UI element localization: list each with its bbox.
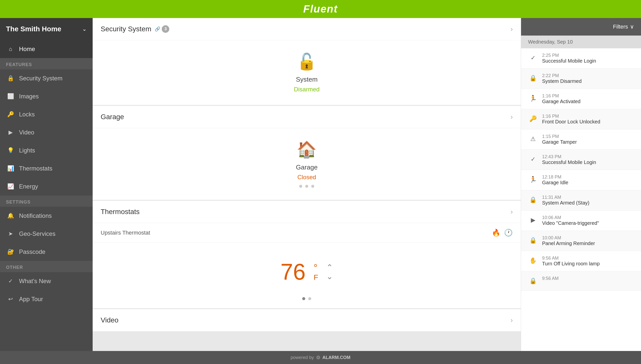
person-running-icon: 🏃	[529, 176, 537, 183]
sidebar-item-security[interactable]: 🔒 Security System	[0, 69, 93, 87]
garage-device-label: Garage	[296, 163, 318, 171]
sidebar-item-passcode[interactable]: 🔐 Passcode	[0, 243, 93, 261]
activity-time: 1:16 PM	[542, 93, 634, 99]
activity-icon-wrap: ✋	[528, 256, 538, 266]
activity-icon-wrap: 🔒	[528, 195, 538, 205]
activity-time: 9:56 AM	[542, 256, 634, 261]
activity-item: ⚠ 1:15 PM Garage Tamper	[521, 129, 641, 150]
unlocked-icon: 🔓	[297, 52, 317, 71]
activity-icon-wrap: 🔒	[528, 73, 538, 83]
activity-item: 🔒 10:00 AM Panel Arming Reminder	[521, 231, 641, 251]
activity-text: 12:43 PM Successful Mobile Login	[542, 154, 634, 165]
sidebar-item-geo-services[interactable]: ➤ Geo-Services	[0, 225, 93, 243]
activity-icon-wrap: ▶	[528, 215, 538, 225]
lock-icon: 🔒	[529, 237, 537, 244]
activity-time: 12:43 PM	[542, 154, 634, 159]
thermostat-subheader: Upstairs Thermostat 🔥 🕐	[93, 223, 521, 243]
key-icon: 🔑	[529, 115, 537, 122]
garage-section-header[interactable]: Garage ›	[93, 106, 521, 128]
sidebar-item-energy[interactable]: 📈 Energy	[0, 177, 93, 196]
activity-item: 🔑 1:16 PM Front Door Lock Unlocked	[521, 109, 641, 129]
activity-item: ✋ 9:56 AM Turn Off Living room lamp	[521, 251, 641, 271]
settings-section-label: SETTINGS	[0, 196, 93, 207]
sidebar-item-locks[interactable]: 🔑 Locks	[0, 105, 93, 123]
activity-desc: Video "Camera-triggered"	[542, 220, 599, 226]
sidebar-item-lights[interactable]: 💡 Lights	[0, 141, 93, 159]
activity-text: 10:06 AM Video "Camera-triggered"	[542, 215, 634, 226]
dot-3	[311, 185, 314, 188]
temp-value: 76	[280, 261, 305, 283]
dot-1	[299, 185, 302, 188]
garage-title: Garage	[101, 113, 124, 121]
lock-icon: 🔒	[529, 277, 537, 284]
sidebar-item-thermostats[interactable]: 📊 Thermostats	[0, 159, 93, 177]
sidebar-item-notifications[interactable]: 🔔 Notifications	[0, 207, 93, 225]
lock-icon: 🔒	[529, 75, 537, 82]
sidebar-item-label: Notifications	[19, 212, 52, 219]
home-name: The Smith Home	[6, 25, 61, 33]
home-selector[interactable]: The Smith Home ⌄	[0, 18, 93, 40]
activity-icon-wrap: ⚠	[528, 134, 538, 144]
activity-desc: Turn Off Living room lamp	[542, 261, 600, 266]
sidebar-item-home[interactable]: ⌂ Home	[0, 40, 93, 58]
activity-text: 9:56 AM	[542, 276, 634, 281]
sidebar-item-label: Home	[19, 46, 35, 53]
app-logo: Fluent	[303, 3, 338, 15]
sidebar-item-label: Lights	[19, 147, 35, 154]
hand-icon: ✋	[529, 257, 537, 264]
activity-time: 9:56 AM	[542, 276, 634, 281]
activity-icon-wrap: ✓	[528, 154, 538, 164]
sidebar-item-video[interactable]: ▶ Video	[0, 123, 93, 141]
activity-time: 2:25 PM	[542, 53, 634, 58]
security-badge-group: 🔗 3	[155, 25, 169, 33]
sidebar-item-app-tour[interactable]: ↩ App Tour	[0, 290, 93, 308]
activity-icon-wrap: 🔒	[528, 276, 538, 286]
video-icon: ▶	[6, 128, 15, 137]
temp-down-button[interactable]: ⌄	[326, 272, 333, 280]
activity-item: 🔒 11:31 AM System Armed (Stay)	[521, 190, 641, 211]
thermostats-section-header[interactable]: Thermostats ›	[93, 201, 521, 223]
main-layout: The Smith Home ⌄ ⌂ Home FEATURES 🔒 Secur…	[0, 18, 641, 351]
security-section: Security System 🔗 3 › 🔓 System Disarmed	[93, 18, 521, 105]
thermostat-display: 76 ° F ⌃ ⌄	[270, 251, 343, 293]
security-section-header[interactable]: Security System 🔗 3 ›	[93, 18, 521, 40]
video-title: Video	[101, 316, 118, 324]
temp-up-button[interactable]: ⌃	[326, 263, 333, 271]
flame-icon[interactable]: 🔥	[492, 229, 501, 237]
sidebar-item-label: App Tour	[19, 296, 43, 303]
sidebar-item-label: Thermostats	[19, 165, 52, 172]
thermostat-body: 76 ° F ⌃ ⌄	[93, 243, 521, 308]
activity-icon-wrap: 🔒	[528, 235, 538, 245]
video-section-header[interactable]: Video ›	[93, 309, 521, 331]
key-icon: 🔑	[6, 110, 15, 119]
sidebar-item-images[interactable]: ⬜ Images	[0, 87, 93, 105]
sidebar-item-label: Security System	[19, 75, 62, 82]
activity-time: 11:31 AM	[542, 195, 634, 200]
center-content: Security System 🔗 3 › 🔓 System Disarmed	[93, 18, 521, 351]
app-header: Fluent	[0, 0, 641, 18]
dot-2	[305, 185, 308, 188]
right-panel-header: Filters ∨	[521, 18, 641, 36]
garage-icon: 🏠	[297, 140, 317, 159]
activity-icon-wrap: ✓	[528, 53, 538, 63]
chevron-right-icon: ›	[511, 25, 513, 33]
lock-icon: 🔒	[6, 74, 15, 83]
dot-1	[302, 297, 305, 300]
energy-icon: 📈	[6, 182, 15, 191]
sidebar-item-label: Locks	[19, 111, 35, 118]
activity-desc: Front Door Lock Unlocked	[542, 119, 600, 124]
sidebar-item-whats-new[interactable]: ✓ What's New	[0, 272, 93, 290]
person-running-icon: 🏃	[529, 95, 537, 102]
check-icon: ✓	[531, 156, 536, 163]
activity-desc: System Disarmed	[542, 78, 582, 84]
right-panel: Filters ∨ Wednesday, Sep 10 ✓ 2:25 PM Su…	[521, 18, 641, 351]
activity-item: 🏃 1:16 PM Garage Activated	[521, 89, 641, 109]
garage-section: Garage › 🏠 Garage Closed	[93, 106, 521, 200]
security-title: Security System 🔗 3	[101, 25, 169, 33]
clock-icon[interactable]: 🕐	[504, 229, 513, 237]
security-device: 🔓 System Disarmed	[294, 52, 320, 93]
activity-date: Wednesday, Sep 10	[521, 36, 641, 48]
activity-time: 10:06 AM	[542, 215, 634, 220]
lock-icon: 🔒	[529, 196, 537, 203]
filters-button[interactable]: Filters ∨	[613, 24, 634, 30]
